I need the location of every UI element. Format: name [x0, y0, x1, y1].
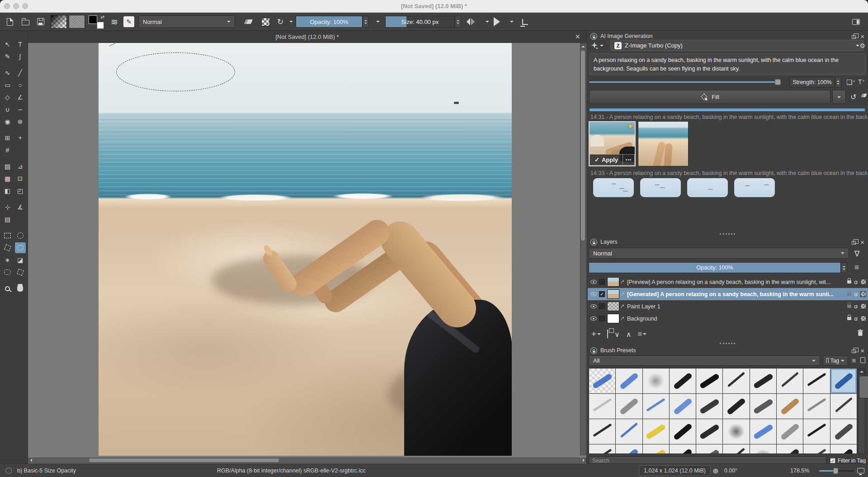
- brush-preset[interactable]: [616, 419, 642, 444]
- brush-preset[interactable]: [723, 394, 749, 419]
- fit-to-screen-button[interactable]: [857, 464, 864, 477]
- brush-preset[interactable]: [750, 444, 776, 454]
- brush-preset[interactable]: [589, 394, 615, 419]
- magic-wand-select-tool[interactable]: ∗: [2, 255, 13, 265]
- polyline-tool[interactable]: ∠: [15, 92, 26, 103]
- scroll-up-icon[interactable]: [580, 43, 585, 49]
- close-canvas-icon[interactable]: ×: [575, 32, 580, 42]
- close-docker-icon[interactable]: ×: [860, 239, 864, 246]
- move-tool[interactable]: ＋: [15, 132, 26, 143]
- gradient-tool[interactable]: ▨: [2, 161, 13, 172]
- inherit-alpha-icon[interactable]: [860, 279, 866, 285]
- move-layer-up-button[interactable]: ∧: [626, 330, 632, 339]
- edit-shapes-tool[interactable]: ✎: [2, 51, 13, 62]
- layer-alpha-icon[interactable]: α: [854, 303, 858, 310]
- reload-preset-dropdown[interactable]: [287, 13, 293, 31]
- line-tool[interactable]: ╱: [15, 67, 26, 78]
- layer-alpha-icon[interactable]: α: [854, 315, 858, 322]
- brush-preset[interactable]: [830, 444, 857, 454]
- layer-thumbnail[interactable]: [607, 314, 619, 323]
- layer-row[interactable]: ✓ [Generated] A person relaxing on a san…: [588, 288, 868, 300]
- ellipse-tool[interactable]: ○: [15, 80, 26, 90]
- clear-results-icon[interactable]: [862, 94, 866, 97]
- layer-blend-mode-select[interactable]: Normal: [589, 248, 849, 259]
- layer-lock-icon[interactable]: [847, 293, 851, 296]
- result-thumbnail-sky[interactable]: [640, 178, 681, 197]
- trim-to-image-button[interactable]: [519, 13, 531, 31]
- mirror-horizontal-dropdown[interactable]: [483, 13, 489, 31]
- result-thumbnail-sky[interactable]: [687, 178, 728, 197]
- inherit-alpha-icon[interactable]: [860, 291, 866, 297]
- opacity-dropdown[interactable]: [373, 13, 380, 31]
- layer-opacity-spinner[interactable]: [841, 262, 847, 273]
- brush-preset[interactable]: [616, 444, 642, 454]
- freehand-brush-tool[interactable]: ∿: [2, 67, 13, 78]
- mirror-vertical-button[interactable]: [494, 13, 500, 31]
- apply-button[interactable]: ✓Apply: [590, 154, 623, 165]
- brush-preset[interactable]: [589, 444, 615, 454]
- canvas-size-label[interactable]: 1,024 x 1,024 (12.0 MiB): [639, 465, 711, 476]
- brush-preset[interactable]: [830, 419, 857, 444]
- docker-lock-icon[interactable]: [590, 347, 597, 354]
- brush-preset[interactable]: [830, 368, 857, 393]
- calligraphy-tool[interactable]: ∫: [15, 51, 26, 62]
- fill-options-dropdown[interactable]: [832, 90, 846, 104]
- transform-tool[interactable]: ⊞: [2, 132, 13, 143]
- layer-filter-icon[interactable]: ∇: [854, 249, 859, 259]
- brush-grid-scrollbar[interactable]: [858, 368, 865, 454]
- brush-preset[interactable]: [670, 444, 696, 454]
- brush-preset[interactable]: [670, 394, 696, 419]
- brush-preset[interactable]: [750, 419, 776, 444]
- text-plus-icon[interactable]: T+: [858, 78, 865, 85]
- brush-preset[interactable]: [670, 419, 696, 444]
- text-tool[interactable]: T: [15, 39, 26, 50]
- layer-row[interactable]: Background α: [588, 312, 868, 325]
- float-docker-icon[interactable]: [852, 35, 856, 39]
- scroll-thumb[interactable]: [859, 376, 868, 398]
- more-options-button[interactable]: •••: [623, 154, 635, 165]
- layer-row[interactable]: [Preview] A person relaxing on a sandy b…: [588, 276, 868, 288]
- model-select[interactable]: Z Z-Image Turbo (Copy): [610, 40, 863, 51]
- blend-mode-select[interactable]: Normal: [138, 15, 235, 28]
- opacity-slider[interactable]: Opacity: 100%: [296, 16, 363, 28]
- assistants-tool[interactable]: ⊹: [2, 202, 13, 213]
- vertical-scroll-thumb[interactable]: [581, 51, 585, 241]
- foreground-background-colors[interactable]: ⇄: [89, 13, 105, 31]
- new-document-button[interactable]: [4, 13, 16, 31]
- close-docker-icon[interactable]: ×: [860, 347, 864, 354]
- brush-preset[interactable]: [643, 419, 669, 444]
- layer-opacity-slider[interactable]: Opacity: 100%: [589, 262, 841, 273]
- magnetic-select-tool[interactable]: [15, 267, 26, 278]
- rotation-value[interactable]: 0.00°: [724, 464, 737, 477]
- brush-preset[interactable]: [803, 394, 830, 419]
- generation-mode-button[interactable]: [590, 42, 604, 50]
- layer-checkbox[interactable]: [599, 279, 605, 285]
- strength-spinner[interactable]: [835, 77, 841, 88]
- slider-handle[interactable]: [775, 79, 781, 85]
- brush-preset[interactable]: [643, 394, 669, 419]
- gradient-chooser[interactable]: [51, 13, 67, 31]
- spacer-1[interactable]: [1, 63, 27, 66]
- spacer-2[interactable]: [1, 128, 27, 131]
- horizontal-scroll-thumb[interactable]: [89, 458, 279, 462]
- zoom-slider[interactable]: [819, 464, 854, 477]
- brush-preset[interactable]: [723, 419, 749, 444]
- save-button[interactable]: [34, 13, 47, 31]
- scroll-left-icon[interactable]: [28, 458, 34, 463]
- inherit-alpha-icon[interactable]: [860, 316, 866, 321]
- canvas-vertical-scrollbar[interactable]: [580, 43, 586, 455]
- layer-alpha-icon[interactable]: α: [854, 279, 858, 285]
- pan-tool[interactable]: [15, 283, 26, 294]
- strength-spinbox[interactable]: Strength: 100%: [789, 77, 835, 88]
- fill-tool[interactable]: ◧: [2, 185, 13, 196]
- layer-thumbnail[interactable]: [607, 289, 619, 299]
- brush-preset[interactable]: [643, 368, 669, 393]
- measure-tool[interactable]: ∡: [15, 202, 26, 213]
- filter-in-tag-checkbox[interactable]: ✓ Filter in Tag: [830, 458, 866, 464]
- brush-preset[interactable]: [696, 368, 722, 393]
- canvas-image[interactable]: [99, 43, 512, 456]
- layer-lock-icon[interactable]: [847, 317, 851, 320]
- scroll-right-icon[interactable]: [580, 458, 586, 463]
- layer-checkbox[interactable]: ✓: [599, 291, 605, 297]
- reload-preset-button[interactable]: ↻: [275, 13, 286, 31]
